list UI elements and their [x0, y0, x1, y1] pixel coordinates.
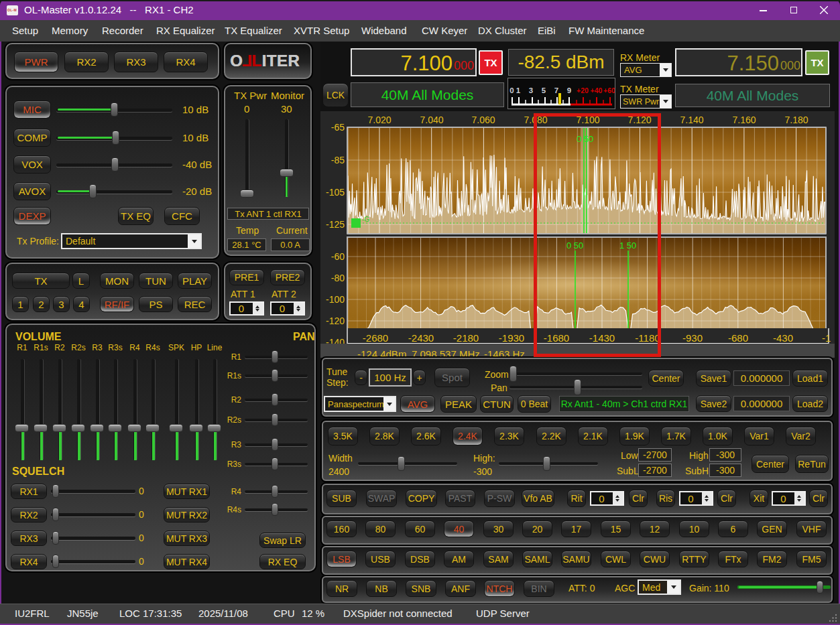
svg-text:3: 3 [529, 86, 533, 94]
svg-text:+20: +20 [577, 86, 589, 94]
svg-text:5: 5 [542, 86, 546, 94]
svg-text:-G: -G [362, 216, 369, 223]
svg-text:+40: +40 [591, 86, 603, 94]
svg-text:9: 9 [567, 86, 571, 94]
svg-text:1: 1 [516, 86, 521, 94]
svg-text:+60: +60 [603, 86, 615, 94]
svg-text:7: 7 [554, 86, 558, 94]
svg-text:0: 0 [509, 86, 514, 94]
